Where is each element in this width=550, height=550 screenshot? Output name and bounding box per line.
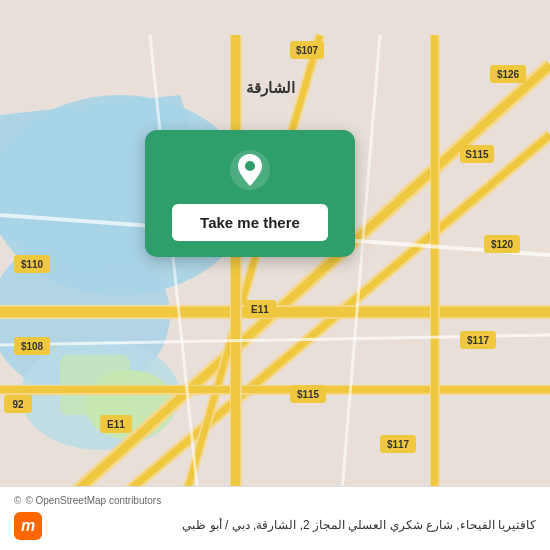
svg-text:$120: $120 <box>491 239 514 250</box>
svg-rect-18 <box>231 35 240 515</box>
svg-rect-20 <box>431 35 438 515</box>
map-container: $107 $126 S115 $110 $120 $108 $117 E11 $… <box>0 0 550 550</box>
svg-text:$117: $117 <box>387 439 410 450</box>
svg-text:E11: E11 <box>251 304 269 315</box>
svg-text:$117: $117 <box>467 335 490 346</box>
svg-point-51 <box>245 161 255 171</box>
svg-text:$126: $126 <box>497 69 520 80</box>
attribution-text: © OpenStreetMap contributors <box>25 495 161 506</box>
map-attribution: © © OpenStreetMap contributors <box>14 495 536 506</box>
svg-text:E11: E11 <box>107 419 125 430</box>
svg-text:S115: S115 <box>465 149 489 160</box>
take-me-there-button[interactable]: Take me there <box>172 204 328 241</box>
popup-card: Take me there <box>145 130 355 257</box>
svg-text:92: 92 <box>12 399 24 410</box>
svg-text:$115: $115 <box>297 389 320 400</box>
copyright-icon: © <box>14 495 21 506</box>
svg-text:$107: $107 <box>296 45 319 56</box>
svg-rect-16 <box>0 386 550 393</box>
svg-text:$108: $108 <box>21 341 44 352</box>
moovit-m-icon: m <box>14 512 42 540</box>
location-pin-icon <box>228 148 272 192</box>
svg-text:الشارقة: الشارقة <box>246 79 295 97</box>
bottom-bar: © © OpenStreetMap contributors m كافتيري… <box>0 486 550 550</box>
svg-text:$110: $110 <box>21 259 44 270</box>
moovit-logo: m <box>14 512 42 540</box>
location-text: كافتيريا الفيحاء, شارع شكري العسلي المجا… <box>52 517 536 534</box>
map-background: $107 $126 S115 $110 $120 $108 $117 E11 $… <box>0 0 550 550</box>
